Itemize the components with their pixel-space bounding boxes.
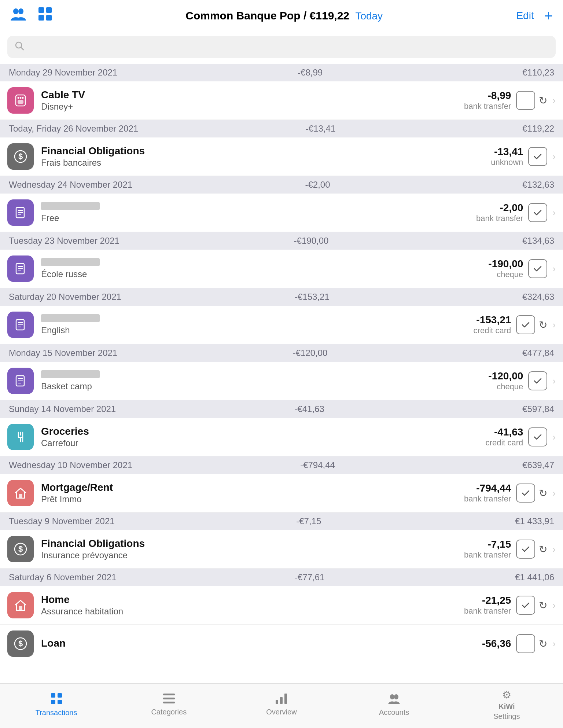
svg-point-0: [13, 8, 18, 14]
transaction-right: -13,41 unknown ›: [479, 146, 556, 167]
svg-rect-3: [46, 7, 52, 13]
transaction-type: credit card: [479, 438, 523, 448]
transaction-subtitle: Disney+: [41, 102, 464, 112]
header-left-icons: [10, 7, 52, 25]
section-date: Tuesday 23 November 2021: [9, 236, 119, 246]
section-header-sec8: Wednesday 10 November 2021 -€794,44 €639…: [0, 456, 563, 474]
check-button[interactable]: [516, 540, 535, 559]
transaction-row[interactable]: Free -2,00 bank transfer ›: [0, 194, 563, 232]
chevron-right-icon: ›: [552, 207, 556, 218]
section-header-sec6: Monday 15 November 2021 -€120,00 €477,84: [0, 344, 563, 362]
tab-categories[interactable]: Categories: [140, 694, 198, 716]
transaction-info: Groceries Carrefour: [41, 426, 479, 448]
transaction-actions: ›: [528, 371, 556, 390]
svg-point-9: [18, 97, 19, 99]
transaction-row[interactable]: Cable TV Disney+ -8,99 bank transfer ↻ ›: [0, 81, 563, 120]
transaction-type: cheque: [479, 270, 523, 279]
transaction-title-blurred: [41, 202, 100, 210]
transaction-amount: -13,41: [479, 146, 523, 158]
section-amount: -€153,21: [295, 292, 330, 302]
transaction-type: bank transfer: [464, 606, 511, 616]
refresh-button[interactable]: ↻: [539, 543, 547, 555]
section-date: Today, Friday 26 November 2021: [9, 124, 138, 134]
transaction-right: -153,21 credit card ↻ ›: [467, 314, 556, 335]
transaction-row[interactable]: Home Assurance habitation -21,25 bank tr…: [0, 586, 563, 625]
transaction-actions: ↻ ›: [516, 596, 556, 615]
transaction-row[interactable]: Basket camp -120,00 cheque ›: [0, 362, 563, 400]
transaction-row[interactable]: Groceries Carrefour -41,63 credit card ›: [0, 418, 563, 456]
section-amount: -€794,44: [300, 460, 335, 470]
transaction-amount-col: -41,63 credit card: [479, 426, 523, 448]
check-button[interactable]: [516, 315, 535, 334]
section-amount: -€2,00: [305, 180, 330, 190]
transaction-info: Basket camp: [41, 370, 479, 391]
tab-transactions[interactable]: Transactions: [27, 693, 86, 717]
svg-rect-48: [58, 700, 62, 704]
transaction-info: Free: [41, 202, 476, 223]
transaction-type: cheque: [479, 382, 523, 391]
accounts-tab-label: Accounts: [379, 708, 409, 717]
transaction-row[interactable]: Mortgage/Rent Prêt Immo -794,44 bank tra…: [0, 474, 563, 512]
tab-settings[interactable]: ⚙ KiWi Settings: [477, 689, 536, 721]
section-balance: €324,63: [503, 292, 554, 302]
refresh-button[interactable]: ↻: [539, 638, 547, 650]
transaction-icon: [7, 424, 34, 450]
refresh-button[interactable]: ↻: [539, 319, 547, 331]
svg-rect-50: [163, 698, 175, 699]
tab-overview[interactable]: Overview: [252, 694, 311, 716]
edit-button[interactable]: Edit: [516, 10, 534, 22]
transaction-type: bank transfer: [464, 102, 511, 111]
svg-rect-53: [280, 697, 283, 704]
refresh-button[interactable]: ↻: [539, 95, 547, 107]
transaction-amount: -153,21: [467, 314, 511, 326]
check-button[interactable]: [528, 259, 547, 278]
transaction-amount: -56,36: [467, 638, 511, 650]
transaction-amount-col: -2,00 bank transfer: [476, 202, 523, 223]
section-date: Sunday 14 November 2021: [9, 404, 116, 414]
transaction-amount-col: -794,44 bank transfer: [464, 482, 511, 504]
check-button[interactable]: [516, 596, 535, 615]
tab-accounts[interactable]: Accounts: [365, 693, 423, 717]
check-button[interactable]: [516, 484, 535, 503]
section-amount: -€7,15: [296, 516, 321, 526]
transaction-amount: -794,44: [464, 482, 511, 494]
grid-icon[interactable]: [38, 7, 52, 24]
people-icon[interactable]: [10, 7, 26, 25]
transaction-title: Groceries: [41, 426, 479, 437]
refresh-button[interactable]: ↻: [539, 599, 547, 611]
search-bar[interactable]: [7, 36, 556, 58]
settings-tab-label: Settings: [493, 712, 520, 721]
svg-rect-5: [46, 15, 52, 21]
transaction-row[interactable]: $ Loan -56,36 ↻ ›: [0, 625, 563, 663]
transaction-title-blurred: [41, 314, 100, 322]
refresh-button[interactable]: ↻: [539, 487, 547, 499]
transaction-actions: ↻ ›: [516, 91, 556, 110]
header-actions: Edit +: [516, 8, 553, 23]
transaction-icon: [7, 255, 34, 282]
transaction-row[interactable]: English -153,21 credit card ↻ ›: [0, 306, 563, 344]
transaction-row[interactable]: $ Financial Obligations Insurance prévoy…: [0, 530, 563, 569]
check-button[interactable]: [516, 634, 535, 653]
check-button[interactable]: [516, 91, 535, 110]
check-button[interactable]: [528, 203, 547, 222]
svg-text:$: $: [18, 544, 23, 554]
transaction-info: Financial Obligations Frais bancaires: [41, 145, 479, 168]
account-title: Common Banque Pop / €119,22: [185, 10, 349, 22]
transaction-amount-col: -21,25 bank transfer: [464, 595, 511, 616]
transaction-right: -8,99 bank transfer ↻ ›: [464, 90, 556, 111]
transaction-actions: ↻ ›: [516, 484, 556, 503]
check-button[interactable]: [528, 371, 547, 390]
add-button[interactable]: +: [544, 8, 553, 23]
svg-rect-46: [58, 693, 62, 698]
transactions-tab-label: Transactions: [36, 709, 77, 717]
check-button[interactable]: [528, 427, 547, 446]
svg-rect-38: [19, 494, 22, 498]
transaction-icon: $: [7, 536, 34, 562]
section-date: Wednesday 10 November 2021: [9, 460, 132, 470]
transaction-row[interactable]: $ Financial Obligations Frais bancaires …: [0, 137, 563, 176]
transaction-row[interactable]: École russe -190,00 cheque ›: [0, 250, 563, 288]
tab-bar: Transactions Categories Overview: [0, 683, 563, 728]
check-button[interactable]: [528, 147, 547, 166]
section-date: Monday 15 November 2021: [9, 348, 117, 358]
today-button[interactable]: Today: [355, 10, 383, 22]
